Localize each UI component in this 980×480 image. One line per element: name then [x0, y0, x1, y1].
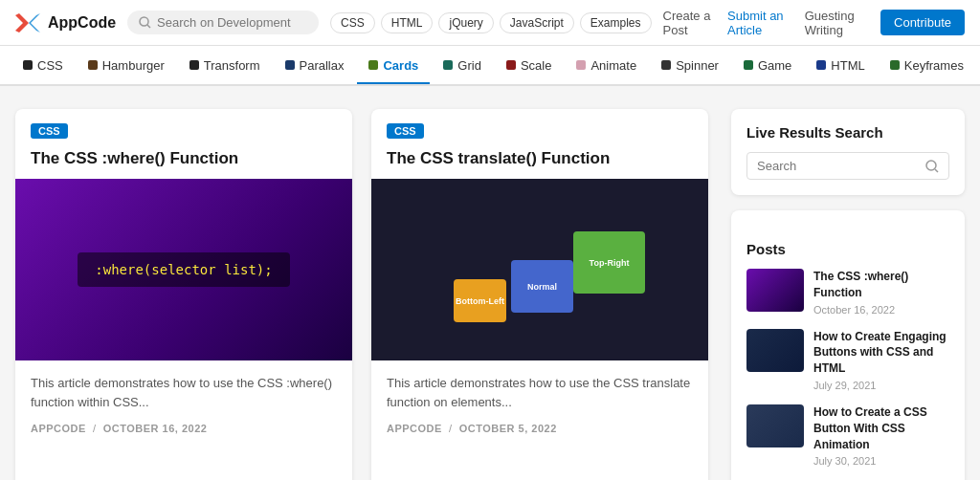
svg-line-3 — [147, 25, 150, 28]
nav-label-animate: Animate — [590, 58, 636, 73]
search-bar[interactable] — [127, 11, 319, 34]
header: AppCode CSS HTML jQuery JavaScript Examp… — [0, 0, 980, 46]
card-author-1: APPCODE — [31, 423, 86, 434]
svg-point-4 — [926, 161, 936, 170]
post-item-3[interactable]: How to Create a CSS Button With CSS Anim… — [746, 404, 949, 467]
sidebar: Live Results Search Posts The CSS :where… — [731, 109, 965, 480]
nav-label-parallax: Parallax — [300, 58, 345, 73]
guesting-writing-link[interactable]: Guesting Writing — [805, 9, 871, 37]
nav-label-transform: Transform — [204, 58, 260, 73]
nav-item-grid[interactable]: Grid — [432, 49, 493, 84]
translate-box-normal: Normal — [511, 260, 573, 313]
nav-item-hamburger[interactable]: Hamburger — [77, 49, 176, 84]
nav-dot-html — [816, 60, 826, 70]
nav-dot-game — [744, 60, 753, 70]
nav-item-game[interactable]: Game — [732, 49, 803, 84]
nav-label-hamburger: Hamburger — [102, 58, 165, 73]
post-title-2: How to Create Engaging Buttons with CSS … — [813, 329, 949, 377]
code-snippet: :where(selector list); — [78, 252, 289, 287]
article-card-2[interactable]: CSS The CSS translate() Function Bottom-… — [371, 109, 708, 480]
post-info-2: How to Create Engaging Buttons with CSS … — [813, 329, 949, 391]
card-author-2: APPCODE — [387, 423, 442, 434]
post-info-3: How to Create a CSS Button With CSS Anim… — [813, 404, 949, 467]
nav-item-scale[interactable]: Scale — [495, 49, 564, 84]
search-tags: CSS HTML jQuery JavaScript Examples — [330, 12, 651, 33]
post-thumb-1 — [746, 269, 804, 312]
tag-javascript[interactable]: JavaScript — [500, 12, 574, 33]
card-date-1: OCTOBER 16, 2022 — [103, 423, 208, 434]
nav-label-keyframes: Keyframes — [904, 58, 964, 73]
nav-label-scale: Scale — [521, 58, 552, 73]
badge-2: CSS — [387, 123, 424, 139]
post-item-2[interactable]: How to Create Engaging Buttons with CSS … — [746, 329, 949, 391]
post-thumb-3 — [746, 404, 804, 447]
sidebar-live-results: Live Results Search — [731, 109, 965, 195]
posts-title: Posts — [746, 241, 949, 257]
nav-item-css[interactable]: CSS — [11, 49, 75, 84]
card-date-2: OCTOBER 5, 2022 — [459, 423, 557, 434]
nav-label-grid: Grid — [457, 58, 481, 73]
nav-dot-transform — [189, 60, 199, 70]
card-excerpt-2: This article demonstrates how to use the… — [387, 374, 693, 411]
nav-dot-hamburger — [88, 60, 98, 70]
sidebar-search-input[interactable] — [757, 159, 918, 173]
card-meta-1: APPCODE / OCTOBER 16, 2022 — [31, 423, 337, 434]
contribute-button[interactable]: Contribute — [880, 10, 965, 35]
nav-item-animate[interactable]: Animate — [565, 49, 648, 84]
post-item-1[interactable]: The CSS :where() Function October 16, 20… — [746, 269, 949, 316]
card-excerpt-1: This article demonstrates how to use the… — [31, 374, 337, 411]
create-post-link[interactable]: Create a Post — [663, 9, 719, 37]
nav-item-cards[interactable]: Cards — [357, 49, 430, 84]
nav-dot-animate — [576, 60, 586, 70]
nav-dot-parallax — [285, 60, 295, 70]
live-results-title: Live Results Search — [746, 124, 949, 141]
card-image-2: Bottom-Left Normal Top-Right — [371, 179, 708, 360]
card-bottom-1: This article demonstrates how to use the… — [15, 360, 352, 480]
logo-icon — [15, 13, 42, 33]
nav-dot-css — [23, 60, 33, 70]
nav-item-transform[interactable]: Transform — [178, 49, 272, 84]
nav-bar: CSS Hamburger Transform Parallax Cards G… — [0, 46, 980, 86]
tag-examples[interactable]: Examples — [580, 12, 652, 33]
svg-point-2 — [140, 17, 148, 26]
card-bottom-2: This article demonstrates how to use the… — [371, 360, 708, 480]
nav-item-parallax[interactable]: Parallax — [274, 49, 356, 84]
post-thumb-2 — [746, 329, 804, 372]
post-title-3: How to Create a CSS Button With CSS Anim… — [813, 404, 949, 452]
nav-dot-spinner — [661, 60, 671, 70]
svg-marker-0 — [15, 13, 29, 33]
code-text: :where(selector list); — [95, 262, 272, 277]
tag-jquery[interactable]: jQuery — [438, 12, 493, 33]
nav-label-css: CSS — [37, 58, 63, 73]
post-info-1: The CSS :where() Function October 16, 20… — [813, 269, 949, 316]
nav-item-html[interactable]: HTML — [805, 49, 876, 84]
card-top-2: CSS The CSS translate() Function — [371, 109, 708, 179]
nav-item-spinner[interactable]: Spinner — [650, 49, 730, 84]
header-actions: Create a Post Submit an Article Guesting… — [663, 9, 965, 37]
main-container: CSS The CSS :where() Function :where(sel… — [0, 86, 980, 480]
post-date-1: October 16, 2022 — [813, 304, 949, 316]
header-search-input[interactable] — [157, 15, 291, 30]
tag-html[interactable]: HTML — [381, 12, 434, 33]
sidebar-search-icon — [925, 160, 939, 173]
sidebar-search-wrap[interactable] — [746, 152, 949, 180]
logo[interactable]: AppCode — [15, 13, 116, 33]
translate-box-bottomleft: Bottom-Left — [454, 279, 506, 322]
nav-label-html: HTML — [831, 58, 864, 73]
nav-item-keyframes[interactable]: Keyframes — [879, 49, 975, 84]
nav-label-spinner: Spinner — [676, 58, 719, 73]
card-image-1: :where(selector list); — [15, 179, 352, 360]
nav-dot-grid — [443, 60, 453, 70]
tag-css[interactable]: CSS — [330, 12, 375, 33]
article-card-1[interactable]: CSS The CSS :where() Function :where(sel… — [15, 109, 352, 480]
submit-article-link[interactable]: Submit an Article — [727, 9, 795, 37]
card-title-2: The CSS translate() Function — [387, 148, 693, 169]
badge-1: CSS — [31, 123, 68, 139]
nav-label-cards: Cards — [383, 58, 418, 73]
nav-dot-keyframes — [890, 60, 900, 70]
svg-marker-1 — [29, 13, 40, 33]
translate-box-topright: Top-Right — [573, 231, 645, 294]
card-top-1: CSS The CSS :where() Function — [15, 109, 352, 179]
post-title-1: The CSS :where() Function — [813, 269, 949, 301]
post-date-3: July 30, 2021 — [813, 455, 949, 467]
